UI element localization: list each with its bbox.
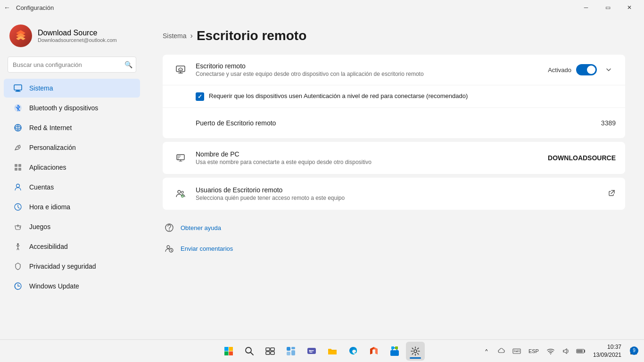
auth-checkbox-row[interactable]: Requerir que los dispositivos usen Auten… <box>163 85 625 108</box>
auth-checkbox[interactable] <box>196 92 204 101</box>
sidebar-item-privacidad[interactable]: Privacidad y seguridad <box>4 257 140 276</box>
back-icon[interactable]: ← <box>4 4 10 11</box>
tray-chevron-icon[interactable]: ^ <box>480 345 493 358</box>
svg-rect-36 <box>287 347 290 351</box>
battery-icon[interactable] <box>574 345 587 358</box>
profile-info: Download Source Downloadsourcenet@outloo… <box>38 29 117 43</box>
maximize-button[interactable]: ▭ <box>597 0 619 15</box>
start-button[interactable] <box>219 342 238 361</box>
clock-time: 10:37 <box>593 343 621 351</box>
external-link-icon[interactable] <box>608 189 616 198</box>
close-button[interactable]: ✕ <box>619 0 640 15</box>
port-text: Puerto de Escritorio remoto <box>172 119 601 127</box>
users-title: Usuarios de Escritorio remoto <box>196 186 608 194</box>
sidebar-item-bluetooth[interactable]: Bluetooth y dispositivos <box>4 99 140 117</box>
svg-rect-10 <box>18 168 21 171</box>
aplicaciones-icon <box>13 163 23 172</box>
sistema-icon <box>13 83 23 93</box>
avatar <box>9 25 32 47</box>
notification-area[interactable]: 9 <box>627 345 640 358</box>
get-help-label: Obtener ayuda <box>181 224 221 231</box>
svg-rect-53 <box>519 351 520 352</box>
pc-name-value: DOWNLOADSOURCE <box>548 154 616 162</box>
sidebar-item-label-windows-update: Windows Update <box>29 282 79 290</box>
notification-badge: 9 <box>630 346 638 355</box>
users-row[interactable]: Usuarios de Escritorio remoto Selecciona… <box>163 178 625 210</box>
widgets-button[interactable] <box>281 342 300 361</box>
svg-rect-43 <box>391 346 394 349</box>
sidebar-item-accesibilidad[interactable]: Accesibilidad <box>4 237 140 256</box>
sidebar-item-personalizacion[interactable]: Personalización <box>4 138 140 157</box>
sidebar-item-label-aplicaciones: Aplicaciones <box>29 164 66 171</box>
sidebar-item-aplicaciones[interactable]: Aplicaciones <box>4 158 140 177</box>
tray-keyboard-icon[interactable] <box>510 345 523 358</box>
volume-icon[interactable] <box>559 345 572 358</box>
svg-rect-49 <box>517 350 518 351</box>
personalizacion-icon <box>13 143 23 152</box>
language-indicator[interactable]: ESP <box>525 345 542 358</box>
svg-point-24 <box>169 230 170 230</box>
svg-rect-38 <box>291 350 295 355</box>
svg-point-41 <box>309 350 311 351</box>
search-input[interactable] <box>8 57 136 73</box>
svg-rect-2 <box>15 91 21 92</box>
minimize-button[interactable]: ─ <box>575 0 597 15</box>
pc-name-card: Nombre de PC Usa este nombre para conect… <box>163 142 625 174</box>
sidebar-item-red[interactable]: Red & Internet <box>4 118 140 137</box>
svg-rect-34 <box>266 352 270 354</box>
users-icon <box>172 185 189 202</box>
system-clock[interactable]: 10:37 13/09/2021 <box>589 343 625 359</box>
store-button[interactable] <box>385 342 404 361</box>
sidebar-item-juegos[interactable]: Juegos <box>4 217 140 236</box>
sidebar-item-windows-update[interactable]: Windows Update <box>4 277 140 296</box>
breadcrumb-parent: Sistema <box>163 32 187 40</box>
toggle-label: Activado <box>548 66 571 74</box>
remote-desktop-header-row[interactable]: Escritorio remoto Conectarse y usar este… <box>163 55 625 85</box>
svg-rect-33 <box>271 348 274 351</box>
remote-desktop-icon <box>172 61 189 78</box>
taskbar-right: ^ ESP <box>480 343 640 359</box>
tray-cloud-icon[interactable] <box>495 345 508 358</box>
task-view-button[interactable] <box>261 342 280 361</box>
svg-rect-32 <box>266 348 270 351</box>
sidebar-item-hora[interactable]: Hora e idioma <box>4 197 140 216</box>
edge-button[interactable] <box>344 342 363 361</box>
svg-point-45 <box>414 350 417 353</box>
avatar-logo-icon <box>14 29 28 42</box>
office-button[interactable] <box>364 342 383 361</box>
svg-rect-51 <box>514 351 515 352</box>
profile-email: Downloadsourcenet@outlook.com <box>38 37 117 43</box>
cuentas-icon <box>13 182 23 192</box>
file-explorer-button[interactable] <box>323 342 342 361</box>
search-taskbar-button[interactable] <box>240 342 259 361</box>
feedback-icon <box>163 242 176 255</box>
settings-taskbar-button[interactable] <box>406 342 425 361</box>
svg-rect-48 <box>515 350 516 351</box>
sidebar-item-sistema[interactable]: Sistema <box>4 79 140 98</box>
breadcrumb-separator: › <box>190 32 193 40</box>
remote-desktop-subtitle: Conectarse y usar este equipo desde otro… <box>196 71 548 77</box>
taskbar-center <box>219 342 425 361</box>
wifi-icon[interactable] <box>544 345 557 358</box>
feedback-link[interactable]: Enviar comentarios <box>163 240 625 257</box>
profile-name: Download Source <box>38 29 117 37</box>
sidebar-item-label-sistema: Sistema <box>29 84 53 92</box>
chat-button[interactable] <box>302 342 321 361</box>
svg-rect-37 <box>291 347 295 349</box>
svg-rect-27 <box>224 347 229 351</box>
pc-name-row: Nombre de PC Usa este nombre para conect… <box>163 142 625 174</box>
pc-name-icon <box>172 149 189 166</box>
remote-desktop-toggle[interactable] <box>576 64 597 75</box>
feedback-label: Enviar comentarios <box>181 245 233 252</box>
remote-desktop-title: Escritorio remoto <box>196 62 548 70</box>
sidebar-search: 🔍 <box>8 57 136 73</box>
svg-rect-8 <box>18 164 21 167</box>
svg-point-25 <box>167 246 170 248</box>
users-text: Usuarios de Escritorio remoto Selecciona… <box>196 186 608 201</box>
svg-rect-18 <box>176 66 185 72</box>
svg-point-6 <box>18 147 19 148</box>
remote-desktop-chevron[interactable] <box>602 63 616 77</box>
get-help-link[interactable]: Obtener ayuda <box>163 219 625 236</box>
sidebar-item-cuentas[interactable]: Cuentas <box>4 178 140 197</box>
svg-rect-30 <box>229 351 233 355</box>
